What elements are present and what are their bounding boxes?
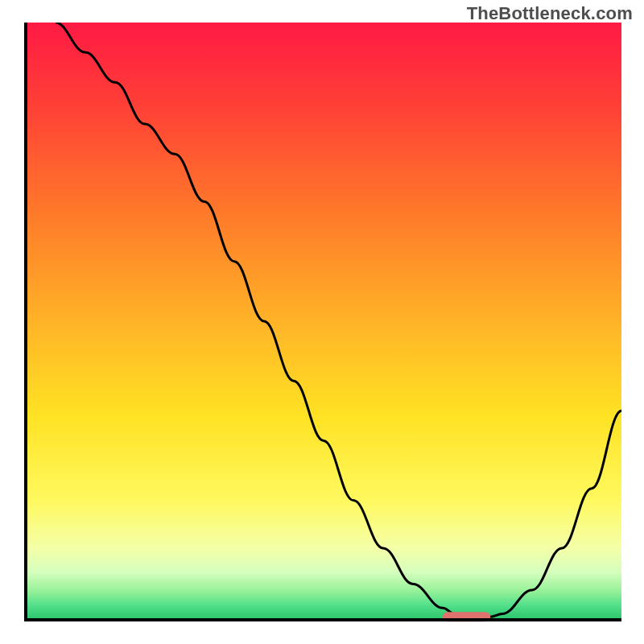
plot-background [26, 23, 621, 620]
chart-container: TheBottleneck.com [0, 0, 644, 644]
watermark-text: TheBottleneck.com [467, 3, 633, 24]
bottleneck-chart [0, 0, 644, 644]
